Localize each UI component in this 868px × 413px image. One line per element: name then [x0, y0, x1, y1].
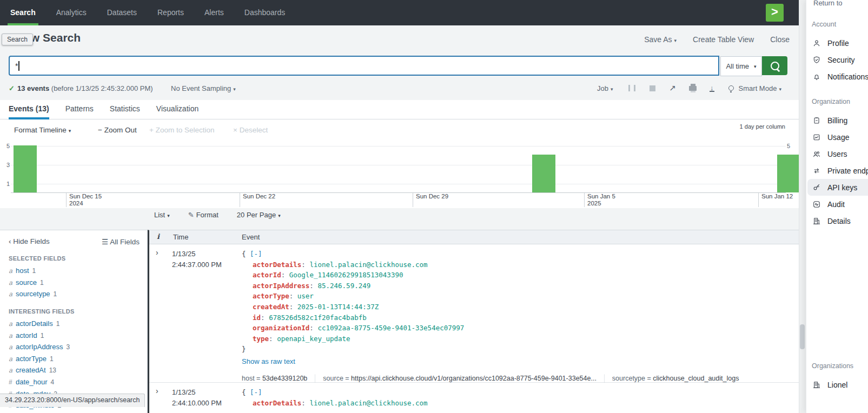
json-key[interactable]: createdAt [253, 303, 289, 311]
zoom-to-selection-button[interactable]: + Zoom to Selection [149, 126, 214, 134]
all-fields-link[interactable]: ☰ All Fields [102, 237, 140, 246]
json-value[interactable]: Google_114602629918513043390 [289, 271, 403, 279]
share-icon[interactable]: ↗ [670, 83, 677, 93]
field-row-source[interactable]: asource1 [0, 277, 147, 289]
field-name[interactable]: actorDetails [16, 319, 53, 328]
timeline-scale-note: 1 day per column [740, 123, 785, 130]
event-time: 1/13/25 2:44:37.000 PM [172, 249, 234, 270]
field-row-sourcetype[interactable]: asourcetype1 [0, 288, 147, 300]
json-key[interactable]: type [253, 335, 269, 343]
json-key[interactable]: organizationId [253, 324, 309, 332]
json-value[interactable]: 2025-01-13T14:44:37Z [297, 303, 379, 311]
sidebar-item-profile[interactable]: Profile [807, 35, 868, 51]
hide-fields-link[interactable]: ‹ Hide Fields [9, 237, 50, 246]
json-value[interactable]: user [297, 292, 314, 300]
field-name[interactable]: actorId [16, 331, 37, 339]
field-row-actorid[interactable]: aactorId1 [0, 330, 147, 342]
format-results-button[interactable]: ✎Format [188, 211, 218, 219]
field-name[interactable]: host [16, 267, 29, 275]
close-button[interactable]: Close [770, 35, 790, 44]
show-raw-text-link[interactable]: Show as raw text [242, 356, 739, 367]
timeline-bar-dec-13-2024[interactable] [14, 145, 37, 192]
json-colon: : [309, 324, 317, 332]
sidebar-item-audit[interactable]: Audit [807, 196, 868, 212]
search-input[interactable]: * [9, 56, 719, 76]
sidebar-item-usage[interactable]: Usage [807, 129, 868, 145]
tab-statistics[interactable]: Statistics [110, 100, 140, 117]
user-icon [812, 39, 821, 48]
field-row-actortype[interactable]: aactorType1 [0, 353, 147, 365]
json-key[interactable]: actorDetails [253, 261, 301, 269]
collapse-json-link[interactable]: [-] [250, 250, 262, 258]
splunk-logo-icon[interactable]: > [766, 4, 784, 22]
chevron-left-icon: ‹ [9, 237, 11, 245]
nav-item-alerts[interactable]: Alerts [194, 0, 234, 25]
json-value[interactable]: cc1092aa-8775-459e-9401-33e54ec07997 [317, 324, 464, 332]
json-key[interactable]: actorType [253, 292, 289, 300]
scrollbar-thumb[interactable] [800, 324, 805, 349]
format-timeline-dropdown[interactable]: Format Timeline▾ [14, 126, 71, 134]
nav-item-analytics[interactable]: Analytics [46, 0, 97, 25]
field-row-date-hour[interactable]: #date_hour4 [0, 376, 147, 388]
json-value[interactable]: openapi_key_update [277, 335, 350, 343]
save-as-button[interactable]: Save As▾ [644, 35, 677, 44]
sidebar-item-users[interactable]: Users [807, 145, 868, 162]
page-scrollbar[interactable] [799, 0, 806, 413]
field-row-host[interactable]: ahost1 [0, 265, 147, 277]
field-name[interactable]: actorIpAddress [16, 343, 63, 351]
expand-chevron-icon[interactable]: › [156, 248, 158, 257]
field-name[interactable]: createdAt [16, 366, 46, 374]
field-row-createdat[interactable]: acreatedAt13 [0, 364, 147, 376]
json-value[interactable]: 678526d582c1f20fac4babfb [269, 314, 367, 322]
field-name[interactable]: source [16, 278, 37, 287]
nav-item-reports[interactable]: Reports [147, 0, 194, 25]
json-key[interactable]: actorIpAddress [253, 282, 309, 290]
per-page-dropdown[interactable]: 20 Per Page▾ [237, 211, 281, 219]
collapse-json-link[interactable]: [-] [250, 388, 262, 396]
event-sampling-dropdown[interactable]: No Event Sampling▾ [171, 84, 236, 92]
search-button[interactable] [762, 56, 787, 75]
tab-visualization[interactable]: Visualization [156, 100, 198, 117]
field-name[interactable]: actorType [16, 355, 47, 363]
deselect-button[interactable]: × Deselect [233, 126, 268, 134]
tab-events-13[interactable]: Events (13) [9, 100, 49, 119]
tab-patterns[interactable]: Patterns [65, 100, 94, 117]
zoom-out-button[interactable]: − Zoom Out [98, 126, 137, 134]
timeline-bar-jan-13-2025[interactable] [777, 155, 800, 192]
print-icon[interactable] [689, 86, 697, 91]
lightbulb-icon [728, 85, 734, 91]
json-key[interactable]: actorId [253, 271, 281, 279]
sidebar-item-lionel[interactable]: Lionel [807, 376, 868, 393]
json-key[interactable]: actorDetails [253, 399, 301, 407]
list-view-dropdown[interactable]: List▾ [154, 211, 170, 219]
job-menu[interactable]: Job▾ [597, 84, 613, 92]
json-key[interactable]: id [253, 314, 261, 322]
json-value[interactable]: 85.246.59.249 [317, 282, 370, 290]
stop-icon[interactable] [650, 85, 655, 91]
sidebar-item-billing[interactable]: Billing [807, 112, 868, 129]
field-row-actordetails[interactable]: aactorDetails1 [0, 318, 147, 330]
search-mode-dropdown[interactable]: Smart Mode▾ [739, 84, 781, 92]
json-value[interactable]: lionel.palacin@clickhouse.com [309, 399, 427, 407]
sidebar-item-details[interactable]: Details [807, 212, 868, 229]
field-name[interactable]: sourcetype [16, 290, 50, 298]
sidebar-item-security[interactable]: Security [807, 51, 868, 68]
field-row-actoripaddress[interactable]: aactorIpAddress3 [0, 341, 147, 353]
sidebar-item-private-endpoints[interactable]: Private endpoints [807, 162, 868, 179]
time-range-picker[interactable]: All time▾ [720, 56, 762, 76]
sidebar-item-api-keys[interactable]: API keys [807, 179, 868, 196]
return-to-link[interactable]: Return to [813, 0, 842, 7]
field-name[interactable]: date_hour [16, 378, 48, 386]
timeline-bar-jan-2-2025[interactable] [532, 155, 555, 192]
string-field-icon: a [9, 342, 16, 353]
json-value[interactable]: lionel.palacin@clickhouse.com [309, 261, 427, 269]
sidebar-item-notifications[interactable]: Notifications [807, 68, 868, 85]
create-table-view-button[interactable]: Create Table View [693, 35, 754, 44]
nav-item-search[interactable]: Search [0, 0, 46, 25]
export-icon[interactable]: ↓ [710, 85, 714, 92]
nav-item-dashboards[interactable]: Dashboards [234, 0, 296, 25]
arrows-swap-icon [812, 166, 821, 175]
expand-chevron-icon[interactable]: › [156, 387, 158, 395]
nav-item-datasets[interactable]: Datasets [97, 0, 147, 25]
pause-icon[interactable] [628, 85, 635, 91]
